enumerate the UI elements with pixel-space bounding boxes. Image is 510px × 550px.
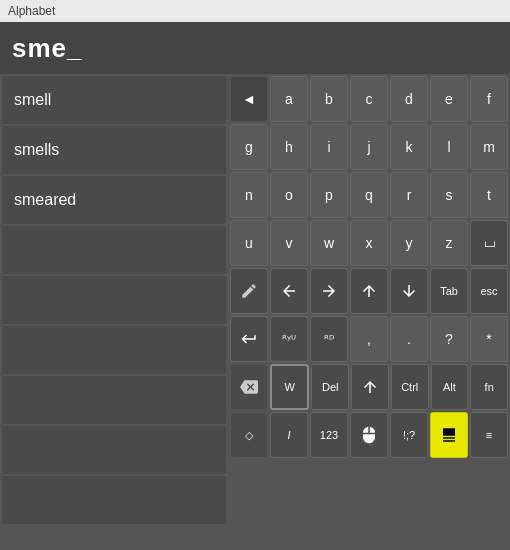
main-area: smellsmellssmeared ◄abcdefghijklmnopqrst… <box>0 74 510 550</box>
key-7-6[interactable]: ≡ <box>470 412 508 458</box>
key-6-6[interactable]: fn <box>470 364 508 410</box>
key-1-3[interactable]: j <box>350 124 388 170</box>
key-2-0[interactable]: n <box>230 172 268 218</box>
key-7-0[interactable]: ◇ <box>230 412 268 458</box>
suggestion-item-7 <box>2 426 226 474</box>
key-1-1[interactable]: h <box>270 124 308 170</box>
key-0-6[interactable]: f <box>470 76 508 122</box>
suggestion-item-1[interactable]: smells <box>2 126 226 174</box>
suggestion-item-0[interactable]: smell <box>2 76 226 124</box>
key-row-5: ᴿʸᵁᴿᴰ,.?* <box>230 316 508 362</box>
key-6-5[interactable]: Alt <box>431 364 469 410</box>
key-row-2: nopqrst <box>230 172 508 218</box>
key-5-2[interactable]: ᴿᴰ <box>310 316 348 362</box>
key-1-6[interactable]: m <box>470 124 508 170</box>
key-row-1: ghijklm <box>230 124 508 170</box>
key-row-3: uvwxyz⌴ <box>230 220 508 266</box>
key-3-3[interactable]: x <box>350 220 388 266</box>
key-2-2[interactable]: p <box>310 172 348 218</box>
title-bar: Alphabet <box>0 0 510 22</box>
key-5-5[interactable]: ? <box>430 316 468 362</box>
key-3-5[interactable]: z <box>430 220 468 266</box>
key-4-0[interactable] <box>230 268 268 314</box>
suggestion-item-3 <box>2 226 226 274</box>
key-2-1[interactable]: o <box>270 172 308 218</box>
key-4-3[interactable] <box>350 268 388 314</box>
key-7-4[interactable]: !;? <box>390 412 428 458</box>
key-4-1[interactable] <box>270 268 308 314</box>
key-3-6[interactable]: ⌴ <box>470 220 508 266</box>
key-row-4: Tabesc <box>230 268 508 314</box>
key-row-0: ◄abcdef <box>230 76 508 122</box>
key-4-5[interactable]: Tab <box>430 268 468 314</box>
key-5-1[interactable]: ᴿʸᵁ <box>270 316 308 362</box>
search-text: sme_ <box>12 33 83 64</box>
suggestion-item-6 <box>2 376 226 424</box>
key-6-0[interactable] <box>230 364 268 410</box>
key-1-0[interactable]: g <box>230 124 268 170</box>
key-6-1[interactable]: W <box>270 364 310 410</box>
key-0-3[interactable]: c <box>350 76 388 122</box>
key-4-4[interactable] <box>390 268 428 314</box>
key-0-4[interactable]: d <box>390 76 428 122</box>
key-2-4[interactable]: r <box>390 172 428 218</box>
key-7-1[interactable]: I <box>270 412 308 458</box>
key-1-4[interactable]: k <box>390 124 428 170</box>
key-0-0[interactable]: ◄ <box>230 76 268 122</box>
suggestions-panel: smellsmellssmeared <box>0 74 228 550</box>
key-7-2[interactable]: 123 <box>310 412 348 458</box>
key-3-0[interactable]: u <box>230 220 268 266</box>
key-5-4[interactable]: . <box>390 316 428 362</box>
key-4-2[interactable] <box>310 268 348 314</box>
key-3-1[interactable]: v <box>270 220 308 266</box>
key-5-0[interactable] <box>230 316 268 362</box>
key-2-3[interactable]: q <box>350 172 388 218</box>
key-3-2[interactable]: w <box>310 220 348 266</box>
key-0-1[interactable]: a <box>270 76 308 122</box>
keyboard-panel: ◄abcdefghijklmnopqrstuvwxyz⌴Tabescᴿʸᵁᴿᴰ,… <box>228 74 510 550</box>
suggestion-item-4 <box>2 276 226 324</box>
key-4-6[interactable]: esc <box>470 268 508 314</box>
key-row-6: WDelCtrlAltfn <box>230 364 508 410</box>
key-7-3[interactable] <box>350 412 388 458</box>
key-0-5[interactable]: e <box>430 76 468 122</box>
key-0-2[interactable]: b <box>310 76 348 122</box>
key-1-5[interactable]: l <box>430 124 468 170</box>
search-display: sme_ <box>0 22 510 74</box>
key-5-6[interactable]: * <box>470 316 508 362</box>
suggestion-item-5 <box>2 326 226 374</box>
key-1-2[interactable]: i <box>310 124 348 170</box>
key-7-5[interactable] <box>430 412 468 458</box>
suggestion-item-8 <box>2 476 226 524</box>
app-title: Alphabet <box>8 4 55 18</box>
key-row-7: ◇I123!;?≡ <box>230 412 508 458</box>
key-6-4[interactable]: Ctrl <box>391 364 429 410</box>
key-2-5[interactable]: s <box>430 172 468 218</box>
key-6-2[interactable]: Del <box>311 364 349 410</box>
app: Alphabet sme_ smellsmellssmeared ◄abcdef… <box>0 0 510 550</box>
key-6-3[interactable] <box>351 364 389 410</box>
key-2-6[interactable]: t <box>470 172 508 218</box>
suggestion-item-2[interactable]: smeared <box>2 176 226 224</box>
key-5-3[interactable]: , <box>350 316 388 362</box>
key-3-4[interactable]: y <box>390 220 428 266</box>
